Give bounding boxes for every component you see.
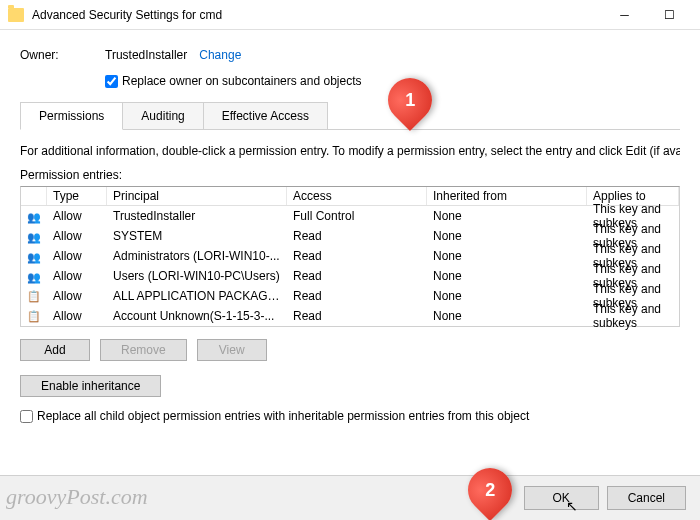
minimize-button[interactable]: ─ [602,0,647,30]
row-icon [21,287,47,305]
tab-auditing[interactable]: Auditing [122,102,203,129]
row-principal: ALL APPLICATION PACKAGES [107,287,287,305]
col-inherited-header[interactable]: Inherited from [427,187,587,205]
row-inherited: None [427,207,587,225]
replace-all-label[interactable]: Replace all child object permission entr… [37,409,529,423]
row-inherited: None [427,307,587,325]
row-type: Allow [47,247,107,265]
row-type: Allow [47,307,107,325]
grid-header: Type Principal Access Inherited from App… [21,187,679,206]
table-row[interactable]: AllowAccount Unknown(S-1-15-3-...ReadNon… [21,306,679,326]
row-type: Allow [47,267,107,285]
row-icon [21,208,47,224]
row-inherited: None [427,267,587,285]
owner-value: TrustedInstaller [105,48,187,62]
col-icon-header[interactable] [21,187,47,205]
folder-icon [8,8,24,22]
row-access: Read [287,247,427,265]
enable-inheritance-button[interactable]: Enable inheritance [20,375,161,397]
table-row[interactable]: AllowUsers (LORI-WIN10-PC\Users)ReadNone… [21,266,679,286]
col-principal-header[interactable]: Principal [107,187,287,205]
maximize-button[interactable]: ☐ [647,0,692,30]
row-type: Allow [47,207,107,225]
entries-label: Permission entries: [20,168,680,182]
ok-button[interactable]: OK [524,486,599,510]
row-applies: This key and subkeys [587,300,679,332]
row-access: Read [287,227,427,245]
view-button: View [197,339,267,361]
row-principal: TrustedInstaller [107,207,287,225]
row-type: Allow [47,227,107,245]
row-principal: Account Unknown(S-1-15-3-... [107,307,287,325]
table-row[interactable]: AllowTrustedInstallerFull ControlNoneThi… [21,206,679,226]
owner-label: Owner: [20,48,105,62]
row-icon [21,268,47,284]
replace-owner-checkbox[interactable] [105,75,118,88]
table-row[interactable]: AllowALL APPLICATION PACKAGESReadNoneThi… [21,286,679,306]
col-type-header[interactable]: Type [47,187,107,205]
add-button[interactable]: Add [20,339,90,361]
info-text: For additional information, double-click… [20,144,680,158]
cursor-icon: ↖ [566,498,578,514]
replace-all-checkbox[interactable] [20,410,33,423]
row-principal: Administrators (LORI-WIN10-... [107,247,287,265]
row-principal: Users (LORI-WIN10-PC\Users) [107,267,287,285]
permissions-grid: Type Principal Access Inherited from App… [20,186,680,327]
row-inherited: None [427,247,587,265]
table-row[interactable]: AllowSYSTEMReadNoneThis key and subkeys [21,226,679,246]
tab-permissions[interactable]: Permissions [20,102,123,130]
row-principal: SYSTEM [107,227,287,245]
remove-button: Remove [100,339,187,361]
row-access: Read [287,267,427,285]
tabs: Permissions Auditing Effective Access [20,102,680,130]
cancel-button[interactable]: Cancel [607,486,686,510]
row-inherited: None [427,287,587,305]
row-icon [21,248,47,264]
row-icon [21,307,47,325]
row-inherited: None [427,227,587,245]
watermark: groovyPost.com [6,484,148,510]
replace-owner-label[interactable]: Replace owner on subcontainers and objec… [122,74,361,88]
row-access: Read [287,307,427,325]
titlebar: Advanced Security Settings for cmd ─ ☐ [0,0,700,30]
row-access: Read [287,287,427,305]
row-access: Full Control [287,207,427,225]
row-icon [21,228,47,244]
tab-effective-access[interactable]: Effective Access [203,102,328,129]
change-owner-link[interactable]: Change [199,48,241,62]
col-access-header[interactable]: Access [287,187,427,205]
row-type: Allow [47,287,107,305]
table-row[interactable]: AllowAdministrators (LORI-WIN10-...ReadN… [21,246,679,266]
window-title: Advanced Security Settings for cmd [32,8,222,22]
